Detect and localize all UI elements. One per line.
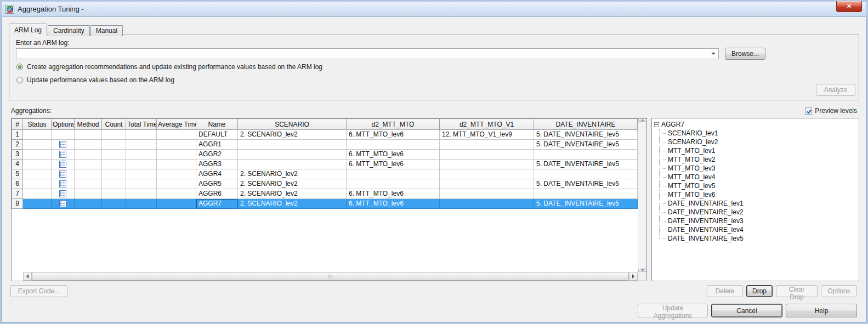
tab-arm-log[interactable]: ARM Log bbox=[9, 24, 47, 36]
total-time-cell[interactable] bbox=[126, 169, 157, 179]
tree-item[interactable]: MTT_MTO_lev4 bbox=[659, 173, 856, 181]
export-code-button[interactable]: Export Code... bbox=[10, 285, 67, 297]
method-cell[interactable] bbox=[75, 150, 102, 160]
row-number[interactable]: 5 bbox=[12, 169, 23, 179]
total-time-cell[interactable] bbox=[126, 179, 157, 189]
total-time-cell[interactable] bbox=[126, 199, 157, 209]
method-cell[interactable] bbox=[75, 130, 102, 140]
d2-mtt-mto-v1-cell[interactable] bbox=[440, 169, 534, 179]
status-cell[interactable] bbox=[23, 199, 52, 209]
status-cell[interactable] bbox=[23, 189, 52, 199]
radio-create-recommendations[interactable]: Create aggregation recommendations and u… bbox=[16, 63, 322, 71]
column-header-scenario[interactable]: SCENARIO bbox=[238, 119, 347, 130]
column-header-d2-mtt-mto[interactable]: d2_MTT_MTO bbox=[347, 119, 440, 130]
date-inventaire-cell[interactable]: 5. DATE_INVENTAIRE_lev5 bbox=[534, 130, 638, 140]
tree-item[interactable]: DATE_INVENTAIRE_lev5 bbox=[659, 234, 856, 243]
date-inventaire-cell[interactable]: 5. DATE_INVENTAIRE_lev5 bbox=[534, 179, 638, 189]
options-cell[interactable] bbox=[52, 179, 75, 189]
tab-manual[interactable]: Manual bbox=[90, 25, 123, 36]
options-cell[interactable] bbox=[52, 140, 75, 150]
options-icon[interactable] bbox=[59, 151, 66, 158]
d2-mtt-mto-v1-cell[interactable]: 12. MTT_MTO_V1_lev9 bbox=[440, 130, 534, 140]
avg-time-cell[interactable] bbox=[157, 150, 196, 160]
options-icon[interactable] bbox=[59, 190, 66, 197]
name-cell[interactable]: AGGR4 bbox=[196, 169, 238, 179]
table-row[interactable]: 2AGGR15. DATE_INVENTAIRE_lev5 bbox=[12, 140, 638, 150]
column-header-name[interactable]: Name bbox=[196, 119, 238, 130]
d2-mtt-mto-v1-cell[interactable] bbox=[440, 140, 534, 150]
count-cell[interactable] bbox=[102, 169, 126, 179]
column-header-average-time[interactable]: Average Time bbox=[157, 119, 196, 130]
status-cell[interactable] bbox=[23, 179, 52, 189]
row-number[interactable]: 1 bbox=[12, 130, 23, 140]
d2-mtt-mto-cell[interactable]: 6. MTT_MTO_lev6 bbox=[347, 160, 440, 169]
scrollbar-thumb[interactable] bbox=[32, 272, 629, 281]
method-cell[interactable] bbox=[75, 160, 102, 169]
d2-mtt-mto-v1-cell[interactable] bbox=[440, 189, 534, 199]
date-inventaire-cell[interactable]: 5. DATE_INVENTAIRE_lev5 bbox=[534, 199, 638, 209]
d2-mtt-mto-cell[interactable] bbox=[347, 140, 440, 150]
row-number[interactable]: 2 bbox=[12, 140, 23, 150]
options-icon[interactable] bbox=[59, 170, 66, 178]
total-time-cell[interactable] bbox=[126, 130, 157, 140]
table-row[interactable]: 4AGGR36. MTT_MTO_lev65. DATE_INVENTAIRE_… bbox=[12, 160, 638, 169]
options-cell[interactable] bbox=[52, 160, 75, 169]
column-header-count[interactable]: Count bbox=[102, 119, 126, 130]
date-inventaire-cell[interactable]: 5. DATE_INVENTAIRE_lev5 bbox=[534, 140, 638, 150]
scenario-cell[interactable]: 2. SCENARIO_lev2 bbox=[238, 179, 347, 189]
drop-button[interactable]: Drop bbox=[746, 285, 773, 297]
d2-mtt-mto-v1-cell[interactable] bbox=[440, 199, 534, 209]
tree-item[interactable]: SCENARIO_lev2 bbox=[659, 138, 856, 146]
name-cell[interactable]: DEFAULT bbox=[196, 130, 238, 140]
table-row[interactable]: 3AGGR26. MTT_MTO_lev6 bbox=[12, 150, 638, 160]
titlebar[interactable]: Aggregation Tuning - ✕ bbox=[2, 2, 866, 17]
total-time-cell[interactable] bbox=[126, 150, 157, 160]
method-cell[interactable] bbox=[75, 189, 102, 199]
row-number[interactable]: 7 bbox=[12, 189, 23, 199]
total-time-cell[interactable] bbox=[126, 160, 157, 169]
status-cell[interactable] bbox=[23, 160, 52, 169]
d2-mtt-mto-cell[interactable]: 6. MTT_MTO_lev6 bbox=[347, 150, 440, 160]
options-button[interactable]: Options bbox=[821, 285, 857, 297]
name-cell[interactable]: AGGR1 bbox=[196, 140, 238, 150]
cancel-button[interactable]: Cancel bbox=[711, 304, 782, 317]
total-time-cell[interactable] bbox=[126, 189, 157, 199]
d2-mtt-mto-cell[interactable]: 6. MTT_MTO_lev6 bbox=[347, 199, 440, 209]
browse-button[interactable]: Browse... bbox=[725, 48, 765, 60]
radio-button-icon[interactable] bbox=[16, 64, 23, 70]
tree-item[interactable]: MTT_MTO_lev1 bbox=[659, 146, 856, 155]
date-inventaire-cell[interactable] bbox=[534, 150, 638, 160]
options-cell[interactable] bbox=[52, 189, 75, 199]
table-row[interactable]: 8AGGR72. SCENARIO_lev26. MTT_MTO_lev65. … bbox=[12, 199, 638, 209]
tab-cardinality[interactable]: Cardinality bbox=[48, 25, 90, 36]
column-header-method[interactable]: Method bbox=[75, 119, 102, 130]
table-row[interactable]: 1DEFAULT2. SCENARIO_lev26. MTT_MTO_lev61… bbox=[12, 130, 638, 140]
column-header-d2-mtt-mto-v1[interactable]: d2_MTT_MTO_V1 bbox=[440, 119, 534, 130]
radio-update-performance[interactable]: Update performance values based on the A… bbox=[16, 76, 174, 84]
date-inventaire-cell[interactable] bbox=[534, 169, 638, 179]
avg-time-cell[interactable] bbox=[157, 160, 196, 169]
scenario-cell[interactable]: 2. SCENARIO_lev2 bbox=[238, 130, 347, 140]
preview-levels-checkbox-row[interactable]: Preview levels bbox=[805, 107, 857, 115]
status-cell[interactable] bbox=[23, 140, 52, 150]
table-row[interactable]: 7AGGR62. SCENARIO_lev26. MTT_MTO_lev6 bbox=[12, 189, 638, 199]
tree-item[interactable]: DATE_INVENTAIRE_lev2 bbox=[659, 208, 856, 217]
avg-time-cell[interactable] bbox=[157, 140, 196, 150]
tree-item[interactable]: DATE_INVENTAIRE_lev1 bbox=[659, 199, 856, 208]
tree-root-item[interactable]: AGGR7 bbox=[654, 120, 856, 129]
vertical-scrollbar[interactable] bbox=[638, 118, 646, 272]
row-number[interactable]: 6 bbox=[12, 179, 23, 189]
options-cell[interactable] bbox=[52, 169, 75, 179]
clear-drop-button[interactable]: Clear Drop bbox=[776, 285, 818, 297]
avg-time-cell[interactable] bbox=[157, 189, 196, 199]
d2-mtt-mto-v1-cell[interactable] bbox=[440, 160, 534, 169]
update-aggregations-button[interactable]: Update Aggregations bbox=[638, 304, 708, 317]
method-cell[interactable] bbox=[75, 169, 102, 179]
checkbox-checked-icon[interactable] bbox=[805, 107, 812, 115]
avg-time-cell[interactable] bbox=[157, 199, 196, 209]
scroll-left-button[interactable] bbox=[23, 272, 32, 281]
options-icon[interactable] bbox=[59, 141, 66, 148]
row-number[interactable]: 3 bbox=[12, 150, 23, 160]
options-cell[interactable] bbox=[52, 199, 75, 209]
tree-item[interactable]: DATE_INVENTAIRE_lev3 bbox=[659, 217, 856, 225]
